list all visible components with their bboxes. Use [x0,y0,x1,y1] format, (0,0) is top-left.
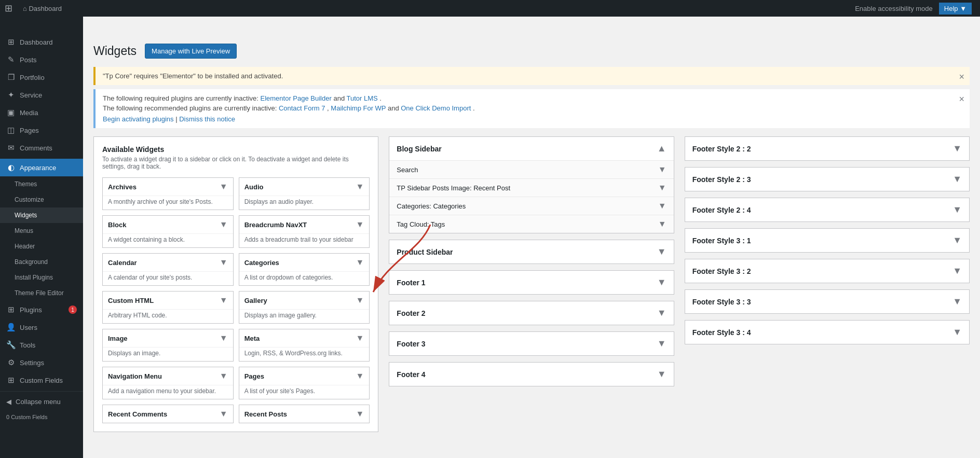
tutor-lms-link[interactable]: Tutor LMS [347,94,378,102]
sidebar-item-install-plugins[interactable]: Install Plugins [0,270,83,285]
sidebar-item-background[interactable]: Background [0,254,83,270]
sidebar-item-themes[interactable]: Themes [0,176,83,192]
widget-image-header[interactable]: Image ▼ [103,329,233,347]
area-footer-1-header[interactable]: Footer 1 ▼ [389,271,673,294]
sidebar-item-portfolio[interactable]: ❒ Portfolio [0,68,83,86]
widget-archives-header[interactable]: Archives ▼ [103,178,233,196]
sidebar-item-comments[interactable]: ✉ Comments [0,139,83,157]
widget-recent-posts: Recent Posts ▼ [239,405,370,423]
one-click-demo-link[interactable]: One Click Demo Import [401,104,471,112]
area-footer-2-header[interactable]: Footer 2 ▼ [389,301,673,325]
wp-logo[interactable]: ⊞ [0,0,17,17]
area-widget-search: Search ▼ [389,160,673,178]
widget-calendar-header[interactable]: Calendar ▼ [103,254,233,271]
sidebar-item-pages[interactable]: ◫ Pages [0,121,83,139]
sidebar-item-media[interactable]: ▣ Media [0,104,83,121]
sidebar-sub-label: Background [15,258,48,266]
admin-bar-dashboard[interactable]: ⌂ Dashboard [17,0,68,17]
widget-image: Image ▼ Displays an image. [102,329,234,362]
widget-pages-desc: A list of your site's Pages. [239,385,370,399]
widget-breadcrumb-desc: Adds a breadcrumb trail to your sidebar [239,233,370,247]
widget-meta-header[interactable]: Meta ▼ [239,329,370,347]
sidebar-sub-label: Customize [15,196,44,203]
area-footer-2-toggle: ▼ [657,308,666,318]
widget-nav-menu-header[interactable]: Navigation Menu ▼ [103,367,233,385]
tools-icon: 🔧 [6,340,16,350]
area-footer-style-2-2-toggle: ▼ [952,143,962,154]
area-widget-tag-cloud-header[interactable]: Tag Cloud: Tags ▼ [389,215,673,233]
sidebar-item-dashboard[interactable]: ⊞ Dashboard [0,33,83,51]
area-footer-style-2-4-header[interactable]: Footer Style 2 : 4 ▼ [685,198,969,221]
widget-audio-header[interactable]: Audio ▼ [239,178,370,196]
area-footer-style-3-4-header[interactable]: Footer Style 3 : 4 ▼ [685,321,969,344]
sidebar-item-appearance[interactable]: ◐ Appearance [0,159,83,176]
manage-live-preview-button[interactable]: Manage with Live Preview [145,44,237,59]
sidebar-item-users[interactable]: 👤 Users [0,318,83,336]
elementor-link[interactable]: Elementor Page Builder [261,94,332,102]
widget-block: Block ▼ A widget containing a block. [102,215,234,248]
sidebar-item-menus[interactable]: Menus [0,223,83,239]
main-content: Widgets Manage with Live Preview "Tp Cor… [83,33,980,458]
widget-breadcrumb-header[interactable]: Breadcrumb NavXT ▼ [239,216,370,233]
area-product-sidebar-header[interactable]: Product Sidebar ▼ [389,240,673,263]
area-widget-tp-sidebar: TP Sidebar Posts Image: Recent Post ▼ [389,178,673,197]
custom-fields-count: 0 Custom Fields [0,410,83,424]
posts-icon: ✎ [6,55,16,64]
sidebar-item-label: Posts [20,56,37,64]
area-footer-style-2-2-header[interactable]: Footer Style 2 : 2 ▼ [685,137,969,160]
sidebar-item-posts[interactable]: ✎ Posts [0,51,83,68]
users-icon: 👤 [6,323,16,332]
widget-audio: Audio ▼ Displays an audio player. [239,177,370,210]
widget-block-header[interactable]: Block ▼ [103,216,233,233]
area-widget-tp-sidebar-header[interactable]: TP Sidebar Posts Image: Recent Post ▼ [389,179,673,197]
area-footer-style-3-1-title: Footer Style 3 : 1 [692,237,751,245]
area-footer-style-3-2-header[interactable]: Footer Style 3 : 2 ▼ [685,259,969,283]
sidebar-item-customize[interactable]: Customize [0,192,83,207]
sidebar-item-service[interactable]: ✦ Service [0,86,83,104]
area-blog-sidebar-header[interactable]: Blog Sidebar ▲ [389,137,673,160]
area-footer-4-header[interactable]: Footer 4 ▼ [389,363,673,386]
area-footer-style-3-1-header[interactable]: Footer Style 3 : 1 ▼ [685,229,969,252]
sidebar-item-header[interactable]: Header [0,239,83,254]
sidebar-areas-column: Blog Sidebar ▲ Search ▼ TP S [389,136,674,432]
area-widget-categories-toggle: ▼ [658,201,666,211]
help-button[interactable]: Help ▼ [939,3,972,15]
sidebar-item-plugins[interactable]: ⊞ Plugins 1 [0,301,83,318]
widget-audio-desc: Displays an audio player. [239,196,370,210]
plugins-notice-dismiss[interactable]: × [959,94,964,104]
widget-image-name: Image [108,335,128,342]
widget-gallery-header[interactable]: Gallery ▼ [239,292,370,309]
area-footer-style-3-3-header[interactable]: Footer Style 3 : 3 ▼ [685,290,969,313]
area-footer-style-3-2: Footer Style 3 : 2 ▼ [685,259,970,283]
contact-form-7-link[interactable]: Contact Form 7 [279,104,325,112]
area-widget-search-header[interactable]: Search ▼ [389,161,673,178]
widget-recent-comments-header[interactable]: Recent Comments ▼ [103,405,233,423]
widget-archives-desc: A monthly archive of your site's Posts. [103,196,233,210]
widget-custom-html-header[interactable]: Custom HTML ▼ [103,292,233,309]
area-footer-style-2-3-header[interactable]: Footer Style 2 : 3 ▼ [685,168,969,191]
sidebar-item-widgets[interactable]: Widgets [0,207,83,223]
widget-categories-header[interactable]: Categories ▼ [239,254,370,271]
begin-activating-link[interactable]: Begin activating plugins [103,115,174,123]
area-footer-style-3-4-toggle: ▼ [952,327,962,338]
area-footer-3-header[interactable]: Footer 3 ▼ [389,332,673,355]
widget-recent-posts-header[interactable]: Recent Posts ▼ [239,405,370,423]
mailchimp-link[interactable]: Mailchimp For WP [331,104,386,112]
widget-gallery: Gallery ▼ Displays an image gallery. [239,291,370,324]
sidebar-item-tools[interactable]: 🔧 Tools [0,336,83,354]
area-blog-sidebar: Blog Sidebar ▲ Search ▼ TP S [389,136,674,233]
accessibility-mode-link[interactable]: Enable accessibility mode [855,5,933,12]
sidebar-item-theme-file-editor[interactable]: Theme File Editor [0,285,83,301]
widget-categories-toggle: ▼ [356,258,364,267]
sidebar-item-custom-fields[interactable]: ⊞ Custom Fields [0,371,83,389]
dismiss-notice-link[interactable]: Dismiss this notice [179,115,235,123]
tp-core-notice-dismiss[interactable]: × [959,72,964,81]
sidebar-item-settings[interactable]: ⚙ Settings [0,354,83,371]
widget-nav-menu-name: Navigation Menu [108,372,162,380]
sidebar-item-label: Settings [20,359,44,367]
widget-pages-header[interactable]: Pages ▼ [239,367,370,385]
collapse-menu-button[interactable]: ◀ Collapse menu [0,394,83,410]
widget-custom-html: Custom HTML ▼ Arbitrary HTML code. [102,291,234,324]
comments-icon: ✉ [6,143,16,152]
area-widget-categories-header[interactable]: Categories: Categories ▼ [389,197,673,215]
